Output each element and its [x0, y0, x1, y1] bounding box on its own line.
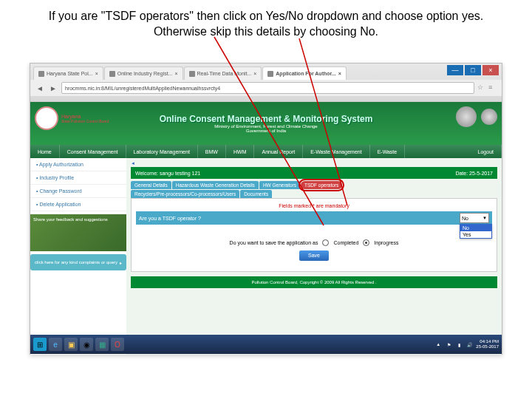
nav-item-logout[interactable]: Logout: [471, 145, 502, 158]
tsdf-question-label: Are you a TSDF operator ?: [139, 216, 201, 221]
tray-up-icon[interactable]: ▲: [434, 341, 442, 348]
nav-item-annual[interactable]: Annual Report: [254, 145, 303, 158]
taskbar-ie-icon[interactable]: e: [49, 338, 62, 351]
sidebar-item-profile[interactable]: Industry Profile: [30, 171, 126, 185]
radio-completed-label: Completed: [333, 240, 358, 245]
close-button[interactable]: ×: [482, 65, 499, 75]
nav-item-ewaste[interactable]: E-Waste: [370, 145, 406, 158]
url-input[interactable]: hrocmms.nic.in:8/MIL/unregisteredMultiAp…: [61, 82, 474, 94]
browser-tabs: Haryana State Pol...× Online Industry Re…: [30, 64, 502, 80]
back-button[interactable]: ◄: [35, 83, 45, 93]
tab-general[interactable]: General Details: [131, 181, 171, 189]
banner-subtitle2: Government of India: [160, 129, 373, 133]
tray-volume-icon[interactable]: 🔊: [466, 341, 473, 348]
form-body: Fields marked * are mandatory Are you a …: [131, 198, 497, 272]
dropdown-option-yes[interactable]: Yes: [460, 231, 491, 238]
main-nav: Home Consent Management Laboratory Manag…: [30, 145, 502, 158]
page-content: Haryana State Pollution Control Board On…: [30, 102, 502, 355]
nav-item-home[interactable]: Home: [30, 145, 60, 158]
main-panel: ◄ Welcome: sangu testing 121 Date: 25-5-…: [126, 158, 502, 355]
taskbar: ⊞ e ▣ ◉ ▦ O ▲ ⚑ ▮ 🔊 04:14 PM 25-05-2017: [30, 335, 502, 354]
favicon-icon: [189, 71, 195, 77]
welcome-date: Date: 25-5-2017: [455, 171, 493, 176]
instruction-text: If you are "TSDF operators" then click o…: [0, 0, 532, 46]
welcome-bar: Welcome: sangu testing 121 Date: 25-5-20…: [131, 167, 497, 179]
banner-state-text: Haryana State Pollution Control Board: [61, 114, 109, 123]
start-button[interactable]: ⊞: [33, 338, 47, 351]
nav-item-laboratory[interactable]: Laboratory Management: [126, 145, 198, 158]
nav-item-consent[interactable]: Consent Management: [60, 145, 126, 158]
mandatory-note: Fields marked * are mandatory: [136, 203, 492, 208]
nav-item-hwm[interactable]: HWM: [226, 145, 255, 158]
sidebar: Apply Authorization Industry Profile Cha…: [30, 158, 126, 355]
tab-recyclers[interactable]: Recyclers/Pre-processors/Co-processors/U…: [131, 190, 239, 198]
taskbar-chrome-icon[interactable]: ◉: [80, 338, 93, 351]
swachh-logo-icon: [481, 109, 497, 125]
dropdown-option-no[interactable]: No: [460, 225, 491, 231]
minimize-button[interactable]: —: [447, 65, 463, 75]
radio-inprogress-label: Inprogress: [374, 240, 398, 245]
arrow-right-icon: ▸: [120, 260, 122, 265]
browser-tab-active[interactable]: Application For Author...×: [262, 66, 347, 80]
page-footer: Pollution Control Board, Copyright © 200…: [131, 276, 497, 288]
maximize-button[interactable]: □: [465, 65, 481, 75]
taskbar-word-icon[interactable]: ▦: [95, 338, 109, 351]
welcome-user: Welcome: sangu testing 121: [135, 171, 200, 176]
url-bar-row: ◄ ► hrocmms.nic.in:8/MIL/unregisteredMul…: [30, 80, 502, 96]
nav-item-bmw[interactable]: BMW: [198, 145, 226, 158]
taskbar-explorer-icon[interactable]: ▣: [64, 338, 78, 351]
tab-tsdf-operators[interactable]: TSDF operators: [301, 181, 342, 189]
feedback-box[interactable]: Share your feedback and suggestions: [30, 214, 126, 251]
close-tab-icon[interactable]: ×: [338, 71, 341, 76]
browser-tab[interactable]: Real-Time Data Monit...×: [184, 66, 262, 80]
browser-tab[interactable]: Haryana State Pol...×: [33, 66, 103, 80]
radio-completed[interactable]: [322, 239, 329, 246]
close-tab-icon[interactable]: ×: [253, 71, 256, 76]
favicon-icon: [38, 71, 44, 77]
star-icon[interactable]: ☆: [477, 83, 486, 92]
taskbar-clock[interactable]: 04:14 PM 25-05-2017: [476, 339, 499, 349]
tab-hwgen[interactable]: HW Generators: [259, 181, 300, 189]
save-button[interactable]: Save: [299, 250, 329, 261]
tray-network-icon[interactable]: ▮: [455, 341, 463, 348]
taskbar-opera-icon[interactable]: O: [111, 338, 124, 351]
sidebar-item-delete[interactable]: Delete Application: [30, 198, 126, 211]
govt-emblem-icon: [456, 106, 477, 127]
close-tab-icon[interactable]: ×: [95, 71, 98, 76]
tsdf-yes-no-dropdown[interactable]: No ▼ No Yes: [460, 213, 489, 223]
menu-icon[interactable]: ≡: [488, 83, 497, 92]
sidebar-item-password[interactable]: Change Password: [30, 185, 126, 198]
favicon-icon: [267, 71, 273, 77]
browser-window: — □ × Haryana State Pol...× Online Indus…: [30, 63, 502, 355]
tray-flag-icon[interactable]: ⚑: [445, 341, 452, 348]
tab-hazwaste[interactable]: Hazardous Waste Generation Details: [172, 181, 259, 189]
chevron-down-icon: ▼: [482, 216, 487, 220]
dropdown-options: No Yes: [460, 224, 492, 239]
browser-tab[interactable]: Online Industry Regist...×: [104, 66, 183, 80]
page-banner: Haryana State Pollution Control Board On…: [30, 102, 502, 145]
tab-documents[interactable]: Documents: [240, 190, 272, 198]
close-tab-icon[interactable]: ×: [174, 71, 177, 76]
state-logo-icon: [35, 106, 58, 130]
favicon-icon: [109, 71, 115, 77]
radio-inprogress[interactable]: [363, 239, 369, 246]
nav-item-ewaste-mgmt[interactable]: E-Waste Management: [303, 145, 369, 158]
form-tabs: General Details Hazardous Waste Generati…: [131, 181, 497, 189]
complaint-button[interactable]: click here for any kind complaints or qu…: [30, 254, 126, 270]
forward-button[interactable]: ►: [48, 83, 58, 93]
sidebar-item-apply[interactable]: Apply Authorization: [30, 158, 126, 171]
banner-title: Online Consent Management & Monitoring S…: [160, 114, 373, 124]
save-as-label: Do you want to save the application as: [230, 240, 318, 245]
browser-chrome: — □ × Haryana State Pol...× Online Indus…: [30, 64, 502, 102]
